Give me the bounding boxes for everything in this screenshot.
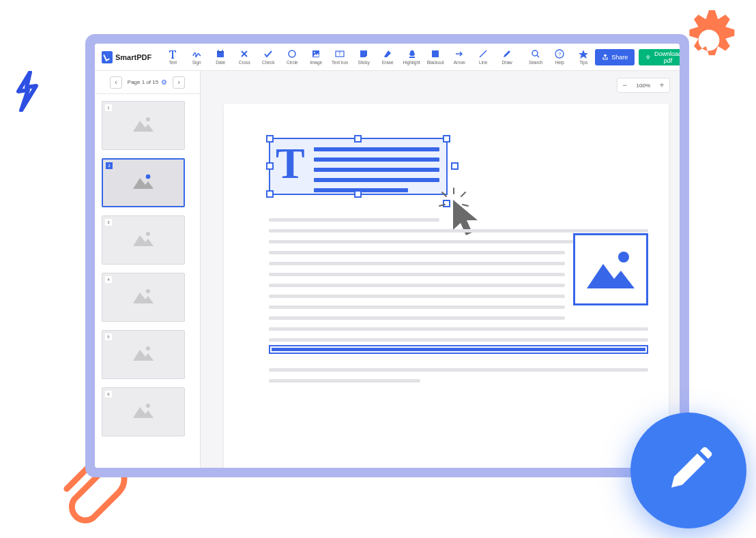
image-icon xyxy=(132,402,155,422)
tool-textbox[interactable]: TText box xyxy=(328,46,351,69)
resize-handle[interactable] xyxy=(266,162,274,170)
image-icon xyxy=(581,245,640,294)
resize-handle[interactable] xyxy=(354,190,362,198)
svg-point-34 xyxy=(618,252,629,263)
text-icon xyxy=(168,49,177,59)
tool-blackout[interactable]: Blackout xyxy=(424,46,447,69)
svg-marker-24 xyxy=(133,350,154,361)
svg-text:?: ? xyxy=(558,51,562,57)
svg-marker-33 xyxy=(587,264,635,288)
svg-text:T: T xyxy=(338,51,342,56)
pencil-icon xyxy=(665,447,712,494)
svg-marker-18 xyxy=(133,178,154,189)
resize-handle[interactable] xyxy=(266,190,274,198)
image-icon xyxy=(132,230,155,250)
sidebar: ‹ Page 1 of 15 ⚙ › 123456 xyxy=(95,71,201,468)
resize-handle[interactable] xyxy=(443,135,450,143)
page-settings-icon[interactable]: ⚙ xyxy=(161,78,167,86)
line-icon xyxy=(478,49,488,59)
sidebar-header: ‹ Page 1 of 15 ⚙ › xyxy=(95,71,200,94)
tool-arrow[interactable]: Arrow xyxy=(448,46,471,69)
zoom-in-button[interactable]: + xyxy=(654,78,669,92)
zoom-control: − 100% + xyxy=(617,78,670,93)
tool-tips[interactable]: Tips xyxy=(572,46,595,69)
toolbar: SmartPDF TextSignDateCrossCheckCircleIma… xyxy=(95,44,680,71)
svg-point-25 xyxy=(146,346,150,350)
svg-marker-16 xyxy=(133,121,154,132)
next-page-button[interactable]: › xyxy=(173,76,185,89)
svg-line-13 xyxy=(537,55,539,57)
svg-point-4 xyxy=(289,50,295,57)
tool-image[interactable]: Image xyxy=(304,46,328,69)
edit-fab-button[interactable] xyxy=(630,413,746,528)
share-button[interactable]: Share xyxy=(595,49,635,65)
image-icon xyxy=(132,173,155,193)
svg-point-17 xyxy=(146,117,150,121)
selected-text-block[interactable]: T xyxy=(269,138,448,195)
erase-icon xyxy=(383,49,392,59)
tool-search[interactable]: Search xyxy=(524,46,547,69)
tool-line[interactable]: Line xyxy=(471,46,495,69)
tool-highlight[interactable]: Highlight xyxy=(400,46,423,69)
resize-handle[interactable] xyxy=(443,200,450,207)
app-window: SmartPDF TextSignDateCrossCheckCircleIma… xyxy=(85,34,689,477)
svg-line-11 xyxy=(480,50,486,57)
image-icon xyxy=(311,49,321,59)
thumbnail-page-2[interactable]: 2 xyxy=(102,158,185,207)
svg-marker-22 xyxy=(133,293,154,303)
svg-rect-9 xyxy=(409,57,415,58)
tips-icon xyxy=(579,49,588,59)
logo-icon xyxy=(102,51,113,63)
svg-marker-20 xyxy=(133,235,154,246)
cross-icon xyxy=(239,49,249,59)
blackout-icon xyxy=(431,49,440,59)
circle-icon xyxy=(287,49,297,59)
draw-icon xyxy=(502,49,512,59)
image-icon xyxy=(132,115,155,136)
svg-marker-26 xyxy=(133,407,154,418)
zoom-out-button[interactable]: − xyxy=(617,78,633,92)
tool-circle[interactable]: Circle xyxy=(280,46,304,69)
svg-point-12 xyxy=(532,50,538,56)
thumbnail-page-1[interactable]: 1 xyxy=(102,101,185,150)
tool-help[interactable]: ?Help xyxy=(548,46,571,69)
arrow-icon xyxy=(454,49,464,59)
svg-point-19 xyxy=(146,175,150,179)
share-icon xyxy=(602,54,609,61)
selected-line[interactable] xyxy=(269,345,648,354)
resize-handle[interactable] xyxy=(451,162,459,170)
svg-line-30 xyxy=(461,192,465,196)
tool-date[interactable]: Date xyxy=(209,46,232,69)
tool-text[interactable]: Text xyxy=(161,46,184,69)
thumbnail-page-3[interactable]: 3 xyxy=(102,215,185,265)
tool-sign[interactable]: Sign xyxy=(185,46,208,69)
download-button[interactable]: Download pdf xyxy=(639,49,680,65)
tool-draw[interactable]: Draw xyxy=(495,46,519,69)
sign-icon xyxy=(192,49,201,59)
canvas: − 100% + T xyxy=(201,71,680,468)
svg-point-21 xyxy=(146,232,150,236)
resize-handle[interactable] xyxy=(266,135,274,143)
svg-point-6 xyxy=(314,52,315,53)
tool-cross[interactable]: Cross xyxy=(233,46,256,69)
thumbnail-page-5[interactable]: 5 xyxy=(102,330,185,379)
document-page[interactable]: T xyxy=(224,104,669,468)
tool-check[interactable]: Check xyxy=(257,46,280,69)
download-icon xyxy=(645,54,651,61)
thumbnail-page-6[interactable]: 6 xyxy=(102,387,185,436)
tool-erase[interactable]: Erase xyxy=(376,46,399,69)
svg-rect-10 xyxy=(432,50,439,57)
app-logo: SmartPDF xyxy=(102,51,151,63)
textbox-icon: T xyxy=(335,49,345,59)
svg-point-23 xyxy=(146,289,150,293)
tool-sticky[interactable]: Sticky xyxy=(352,46,375,69)
zoom-value: 100% xyxy=(633,83,654,89)
resize-handle[interactable] xyxy=(354,135,362,143)
image-placeholder[interactable] xyxy=(573,233,648,305)
thumbnail-page-4[interactable]: 4 xyxy=(102,273,185,322)
image-icon xyxy=(132,287,155,308)
svg-point-27 xyxy=(146,404,150,408)
help-icon: ? xyxy=(555,49,564,59)
lightning-decoration-icon xyxy=(12,71,41,112)
prev-page-button[interactable]: ‹ xyxy=(110,76,122,89)
